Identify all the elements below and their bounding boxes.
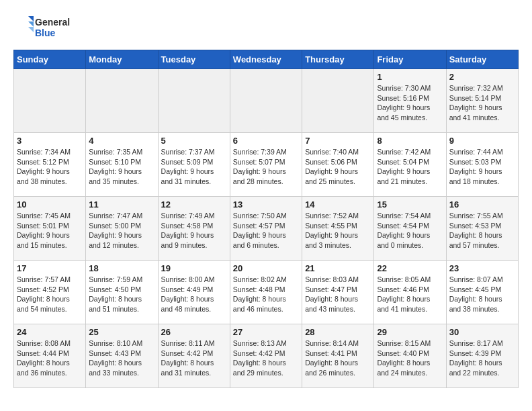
day-info: Sunrise: 7:34 AM Sunset: 5:12 PM Dayligh… [17, 147, 83, 187]
day-cell: 12Sunrise: 7:49 AM Sunset: 4:58 PM Dayli… [158, 197, 230, 261]
day-cell: 9Sunrise: 7:44 AM Sunset: 5:03 PM Daylig… [446, 133, 518, 197]
logo: General Blue [13, 13, 74, 43]
day-cell: 16Sunrise: 7:55 AM Sunset: 4:53 PM Dayli… [446, 197, 518, 261]
day-number: 2 [449, 72, 515, 82]
day-info: Sunrise: 8:03 AM Sunset: 4:47 PM Dayligh… [305, 275, 371, 314]
day-cell: 17Sunrise: 7:57 AM Sunset: 4:52 PM Dayli… [14, 261, 86, 324]
day-number: 11 [89, 199, 154, 210]
day-number: 4 [89, 136, 154, 146]
day-cell: 18Sunrise: 7:59 AM Sunset: 4:50 PM Dayli… [86, 261, 158, 324]
day-info: Sunrise: 7:44 AM Sunset: 5:03 PM Dayligh… [449, 147, 515, 187]
day-number: 10 [17, 199, 83, 210]
weekday-header-row: SundayMondayTuesdayWednesdayThursdayFrid… [14, 50, 519, 69]
day-info: Sunrise: 8:10 AM Sunset: 4:43 PM Dayligh… [89, 338, 154, 378]
day-number: 1 [377, 72, 443, 82]
day-info: Sunrise: 7:47 AM Sunset: 5:00 PM Dayligh… [89, 211, 154, 250]
day-info: Sunrise: 8:15 AM Sunset: 4:40 PM Dayligh… [377, 338, 443, 378]
day-number: 24 [17, 327, 83, 337]
day-number: 29 [377, 327, 443, 337]
day-info: Sunrise: 8:08 AM Sunset: 4:44 PM Dayligh… [17, 338, 83, 378]
day-cell: 30Sunrise: 8:17 AM Sunset: 4:39 PM Dayli… [446, 324, 518, 388]
day-cell: 10Sunrise: 7:45 AM Sunset: 5:01 PM Dayli… [14, 197, 86, 261]
day-info: Sunrise: 7:52 AM Sunset: 4:55 PM Dayligh… [305, 211, 371, 250]
day-number: 28 [305, 327, 371, 337]
day-cell: 22Sunrise: 8:05 AM Sunset: 4:46 PM Dayli… [374, 261, 446, 324]
weekday-header-sunday: Sunday [14, 50, 86, 69]
day-cell: 27Sunrise: 8:13 AM Sunset: 4:42 PM Dayli… [230, 324, 302, 388]
day-info: Sunrise: 7:40 AM Sunset: 5:06 PM Dayligh… [305, 147, 371, 187]
day-info: Sunrise: 8:14 AM Sunset: 4:41 PM Dayligh… [305, 338, 371, 378]
day-number: 21 [305, 263, 371, 273]
day-info: Sunrise: 7:42 AM Sunset: 5:04 PM Dayligh… [377, 147, 443, 187]
day-number: 5 [161, 136, 227, 146]
day-number: 26 [161, 327, 227, 337]
weekday-header-friday: Friday [374, 50, 446, 69]
day-number: 30 [449, 327, 515, 337]
week-row-2: 3Sunrise: 7:34 AM Sunset: 5:12 PM Daylig… [14, 133, 519, 197]
header: General Blue [13, 13, 519, 43]
day-cell: 3Sunrise: 7:34 AM Sunset: 5:12 PM Daylig… [14, 133, 86, 197]
day-cell: 5Sunrise: 7:37 AM Sunset: 5:09 PM Daylig… [158, 133, 230, 197]
day-number: 23 [449, 263, 515, 273]
day-cell: 2Sunrise: 7:32 AM Sunset: 5:14 PM Daylig… [446, 69, 518, 133]
day-cell: 28Sunrise: 8:14 AM Sunset: 4:41 PM Dayli… [302, 324, 374, 388]
day-cell: 21Sunrise: 8:03 AM Sunset: 4:47 PM Dayli… [302, 261, 374, 324]
day-info: Sunrise: 8:02 AM Sunset: 4:48 PM Dayligh… [233, 275, 299, 314]
day-cell: 4Sunrise: 7:35 AM Sunset: 5:10 PM Daylig… [86, 133, 158, 197]
weekday-header-monday: Monday [86, 50, 158, 69]
day-cell: 1Sunrise: 7:30 AM Sunset: 5:16 PM Daylig… [374, 69, 446, 133]
weekday-header-tuesday: Tuesday [158, 50, 230, 69]
day-info: Sunrise: 8:11 AM Sunset: 4:42 PM Dayligh… [161, 338, 227, 378]
day-number: 9 [449, 136, 515, 146]
day-info: Sunrise: 7:55 AM Sunset: 4:53 PM Dayligh… [449, 211, 515, 250]
week-row-5: 24Sunrise: 8:08 AM Sunset: 4:44 PM Dayli… [14, 324, 519, 388]
logo-svg: General Blue [13, 13, 74, 43]
day-info: Sunrise: 7:37 AM Sunset: 5:09 PM Dayligh… [161, 147, 227, 187]
day-number: 13 [233, 199, 299, 210]
day-number: 25 [89, 327, 154, 337]
day-cell [14, 69, 86, 133]
day-cell: 11Sunrise: 7:47 AM Sunset: 5:00 PM Dayli… [86, 197, 158, 261]
week-row-1: 1Sunrise: 7:30 AM Sunset: 5:16 PM Daylig… [14, 69, 519, 133]
day-info: Sunrise: 7:54 AM Sunset: 4:54 PM Dayligh… [377, 211, 443, 250]
day-cell: 19Sunrise: 8:00 AM Sunset: 4:49 PM Dayli… [158, 261, 230, 324]
day-info: Sunrise: 7:30 AM Sunset: 5:16 PM Dayligh… [377, 83, 443, 123]
day-cell: 29Sunrise: 8:15 AM Sunset: 4:40 PM Dayli… [374, 324, 446, 388]
day-info: Sunrise: 7:57 AM Sunset: 4:52 PM Dayligh… [17, 275, 83, 314]
day-info: Sunrise: 8:05 AM Sunset: 4:46 PM Dayligh… [377, 275, 443, 314]
day-info: Sunrise: 7:59 AM Sunset: 4:50 PM Dayligh… [89, 275, 154, 314]
day-cell [86, 69, 158, 133]
day-number: 17 [17, 263, 83, 273]
day-number: 20 [233, 263, 299, 273]
weekday-header-saturday: Saturday [446, 50, 518, 69]
day-info: Sunrise: 8:07 AM Sunset: 4:45 PM Dayligh… [449, 275, 515, 314]
calendar-table: SundayMondayTuesdayWednesdayThursdayFrid… [13, 50, 519, 388]
day-number: 22 [377, 263, 443, 273]
day-info: Sunrise: 7:45 AM Sunset: 5:01 PM Dayligh… [17, 211, 83, 250]
day-number: 15 [377, 199, 443, 210]
day-cell: 13Sunrise: 7:50 AM Sunset: 4:57 PM Dayli… [230, 197, 302, 261]
day-number: 19 [161, 263, 227, 273]
day-cell: 23Sunrise: 8:07 AM Sunset: 4:45 PM Dayli… [446, 261, 518, 324]
day-number: 3 [17, 136, 83, 146]
day-info: Sunrise: 7:39 AM Sunset: 5:07 PM Dayligh… [233, 147, 299, 187]
week-row-4: 17Sunrise: 7:57 AM Sunset: 4:52 PM Dayli… [14, 261, 519, 324]
day-cell: 25Sunrise: 8:10 AM Sunset: 4:43 PM Dayli… [86, 324, 158, 388]
day-cell: 24Sunrise: 8:08 AM Sunset: 4:44 PM Dayli… [14, 324, 86, 388]
day-cell: 20Sunrise: 8:02 AM Sunset: 4:48 PM Dayli… [230, 261, 302, 324]
day-number: 7 [305, 136, 371, 146]
day-info: Sunrise: 7:49 AM Sunset: 4:58 PM Dayligh… [161, 211, 227, 250]
day-number: 27 [233, 327, 299, 337]
day-cell [302, 69, 374, 133]
day-info: Sunrise: 7:50 AM Sunset: 4:57 PM Dayligh… [233, 211, 299, 250]
day-number: 6 [233, 136, 299, 146]
day-info: Sunrise: 7:32 AM Sunset: 5:14 PM Dayligh… [449, 83, 515, 123]
day-cell: 7Sunrise: 7:40 AM Sunset: 5:06 PM Daylig… [302, 133, 374, 197]
day-cell [230, 69, 302, 133]
day-cell: 15Sunrise: 7:54 AM Sunset: 4:54 PM Dayli… [374, 197, 446, 261]
day-cell: 8Sunrise: 7:42 AM Sunset: 5:04 PM Daylig… [374, 133, 446, 197]
week-row-3: 10Sunrise: 7:45 AM Sunset: 5:01 PM Dayli… [14, 197, 519, 261]
svg-marker-3 [28, 21, 34, 27]
day-cell: 14Sunrise: 7:52 AM Sunset: 4:55 PM Dayli… [302, 197, 374, 261]
day-cell: 26Sunrise: 8:11 AM Sunset: 4:42 PM Dayli… [158, 324, 230, 388]
